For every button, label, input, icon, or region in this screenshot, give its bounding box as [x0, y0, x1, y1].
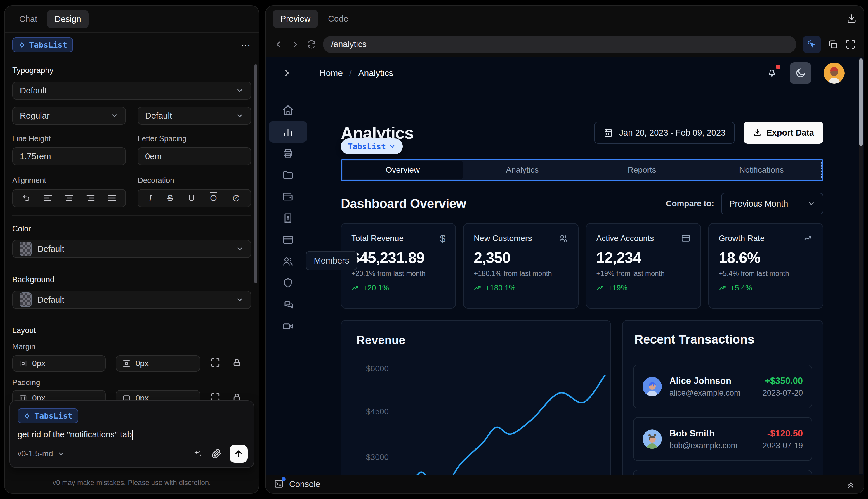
breadcrumb-home[interactable]: Home [320, 68, 343, 78]
left-panel-scrollbar[interactable] [255, 64, 257, 283]
tooltip-text: Members [314, 256, 349, 266]
line-height-value: 1.75rem [20, 151, 51, 161]
disclaimer-text: v0 may make mistakes. Please use with di… [5, 478, 259, 487]
composer-component-chip[interactable]: TabsList [17, 409, 78, 423]
sidebar-toggle-button[interactable] [282, 68, 292, 78]
background-select[interactable]: Default [12, 291, 251, 309]
export-data-button[interactable]: Export Data [744, 122, 823, 144]
composer-chip-label: TabsList [35, 411, 72, 421]
stat-value: $45,231.89 [351, 249, 445, 266]
back-button[interactable] [274, 40, 283, 49]
sidebar-item-video[interactable] [269, 316, 307, 337]
overline-icon[interactable]: O [210, 193, 217, 203]
bar-chart-icon [282, 126, 294, 138]
download-button[interactable] [846, 13, 857, 24]
sidebar-item-messages[interactable] [269, 294, 307, 316]
selected-element-chip[interactable]: TabsList [341, 138, 403, 154]
diamond-icon [23, 412, 31, 420]
refresh-button[interactable] [307, 40, 316, 49]
export-label: Export Data [766, 128, 814, 138]
transparency-swatch-icon [20, 292, 32, 307]
clear-decoration-icon[interactable]: ∅ [232, 193, 240, 203]
chevron-down-icon [111, 112, 118, 120]
sidebar-item-security[interactable] [269, 272, 307, 294]
chevron-down-icon [236, 112, 244, 120]
sidebar-item-analytics[interactable] [269, 121, 307, 143]
tab-overview[interactable]: Overview [343, 161, 463, 179]
notification-dot [776, 64, 780, 69]
cursor-pointer-icon [807, 39, 817, 50]
underline-icon[interactable]: U [188, 193, 195, 203]
stat-card-total-revenue: Total Revenue $ $45,231.89 +20.1% from l… [341, 223, 456, 308]
sparkles-icon[interactable] [192, 448, 203, 459]
selected-component-chip[interactable]: TabsList [12, 37, 73, 52]
chevron-down-icon [808, 200, 815, 207]
user-avatar[interactable] [823, 62, 845, 84]
tab-analytics[interactable]: Analytics [463, 161, 582, 179]
margin-y-input[interactable]: 0px [116, 355, 200, 372]
letter-spacing-input[interactable]: 0em [138, 147, 251, 165]
sidebar-item-home[interactable] [269, 99, 307, 121]
align-justify-icon[interactable] [107, 193, 116, 203]
url-bar[interactable]: /analytics [323, 36, 796, 53]
transaction-row[interactable]: Alice Johnson alice@example.com +$350.00… [633, 365, 812, 409]
sidebar-item-cards[interactable] [269, 229, 307, 251]
send-button[interactable] [230, 445, 248, 463]
expand-margin-icon[interactable] [210, 357, 222, 369]
tab-code[interactable]: Code [320, 10, 356, 28]
font-size-select[interactable]: Default [138, 107, 251, 125]
sidebar-item-files[interactable] [269, 164, 307, 186]
stat-title: Total Revenue [351, 234, 404, 243]
sidebar-item-wallet[interactable] [269, 186, 307, 207]
italic-icon[interactable]: I [149, 193, 152, 203]
left-panel-header: Chat Design [5, 6, 259, 33]
tab-preview[interactable]: Preview [273, 10, 318, 28]
app-preview: Home / Analytics [266, 57, 864, 493]
chevron-down-icon [236, 245, 244, 253]
console-bar[interactable]: Console [266, 475, 864, 493]
align-center-icon[interactable] [64, 193, 74, 203]
dollar-sign-icon: $ [440, 234, 445, 243]
sidebar-item-reports[interactable] [269, 143, 307, 164]
background-section: Background Default [12, 266, 251, 317]
line-height-input[interactable]: 1.75rem [12, 147, 126, 165]
more-options-icon[interactable]: ⋯ [241, 39, 251, 51]
tab-design[interactable]: Design [47, 10, 88, 28]
notifications-button[interactable] [766, 67, 778, 79]
margin-x-input[interactable]: 0px [12, 355, 106, 372]
tab-chat[interactable]: Chat [12, 10, 45, 28]
pointer-mode-button[interactable] [803, 36, 821, 53]
strikethrough-icon[interactable]: S [167, 193, 173, 203]
compare-select[interactable]: Previous Month [721, 193, 823, 215]
forward-button[interactable] [290, 40, 300, 49]
color-select[interactable]: Default [12, 240, 251, 258]
console-expand-button[interactable] [846, 479, 856, 489]
alignment-label: Alignment [12, 176, 126, 185]
preview-scrollbar-thumb[interactable] [859, 58, 863, 146]
tabs-list: Overview Analytics Reports Notifications [341, 159, 823, 181]
font-weight-select[interactable]: Regular [12, 107, 126, 125]
lock-margin-icon[interactable] [232, 357, 244, 369]
sidebar-item-invoices[interactable] [269, 207, 307, 229]
align-left-icon[interactable] [43, 193, 52, 203]
align-right-icon[interactable] [86, 193, 95, 203]
tab-notifications[interactable]: Notifications [702, 161, 821, 179]
prompt-input[interactable]: get rid of the "notifications" tab [17, 430, 246, 440]
paperclip-icon[interactable] [211, 448, 222, 459]
transaction-row[interactable]: Bob Smith bob@example.com -$120.50 2023-… [633, 417, 812, 461]
sidebar-item-members[interactable] [269, 251, 307, 272]
text-caret [132, 430, 133, 440]
preview-scrollbar[interactable] [859, 58, 863, 474]
stat-title: New Customers [474, 234, 532, 243]
date-range-picker[interactable]: Jan 20, 2023 - Feb 09, 2023 [594, 122, 735, 144]
copy-button[interactable] [828, 39, 838, 50]
undo-icon[interactable] [22, 193, 31, 203]
model-select[interactable]: v0-1.5-md [17, 449, 65, 459]
tab-reports[interactable]: Reports [582, 161, 702, 179]
theme-toggle-button[interactable] [790, 62, 811, 84]
font-family-value: Default [20, 86, 47, 96]
stat-trend-value: +180.1% [485, 283, 516, 292]
background-label: Background [12, 266, 251, 284]
font-family-select[interactable]: Default [12, 82, 251, 100]
fullscreen-button[interactable] [845, 39, 856, 50]
